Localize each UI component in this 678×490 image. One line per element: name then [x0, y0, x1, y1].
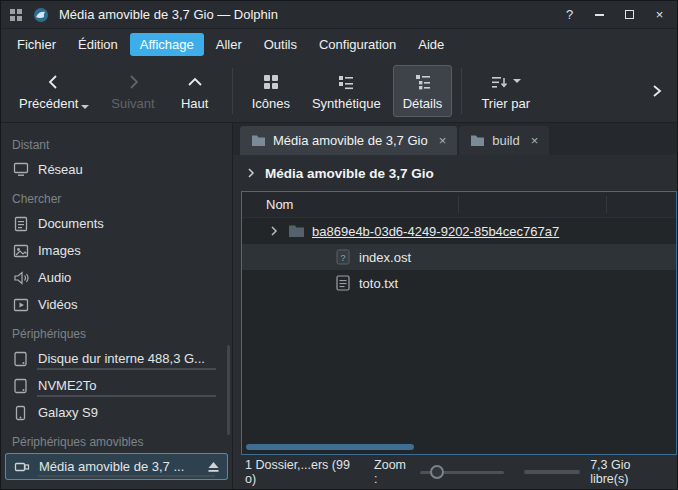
folder-icon	[287, 224, 305, 238]
window-menu-icon[interactable]	[7, 6, 25, 24]
sidebar-item-reseau[interactable]: Réseau	[5, 156, 228, 183]
tab-close-icon[interactable]: ×	[531, 133, 539, 148]
maximize-icon	[625, 10, 634, 19]
back-dropdown-caret-icon	[81, 105, 89, 109]
folder-view: Nom ba869e4b-03d6-4249-9202-85b4cec767a7…	[241, 191, 677, 455]
help-button[interactable]: ?	[558, 4, 581, 25]
up-button[interactable]: Haut	[167, 65, 223, 117]
file-row-index-ost[interactable]: ? index.ost	[242, 244, 676, 270]
breadcrumb-chevron-icon	[246, 167, 256, 179]
close-button[interactable]: ×	[648, 4, 671, 25]
sidebar-item-media-amovible[interactable]: Média amovible de 3,7 ...	[5, 453, 228, 480]
tab-label: Média amovible de 3,7 Gio	[273, 133, 428, 148]
folder-icon	[470, 134, 485, 147]
sidebar-item-label: Galaxy S9	[38, 405, 98, 420]
file-name: toto.txt	[359, 276, 398, 291]
view-icons-button[interactable]: Icônes	[242, 65, 300, 117]
chevron-up-icon	[186, 73, 204, 91]
sort-by-button[interactable]: Trier par	[471, 65, 540, 117]
chevron-right-overflow-icon	[649, 82, 665, 100]
sidebar-item-label: Audio	[38, 270, 71, 285]
harddisk-icon	[12, 378, 29, 394]
zoom-slider-handle[interactable]	[430, 465, 444, 479]
toolbar-overflow-button[interactable]	[645, 82, 669, 100]
minimize-button[interactable]	[588, 4, 611, 25]
view-details-label: Détails	[403, 96, 443, 111]
items-summary: 1 Dossier,...ers (99 o)	[245, 458, 354, 486]
forward-button[interactable]: Suivant	[101, 65, 164, 117]
menu-fichier[interactable]: Fichier	[7, 33, 66, 56]
sidebar-item-documents[interactable]: Documents	[5, 210, 228, 237]
view-compact-button[interactable]: Synthétique	[302, 65, 391, 117]
chevron-left-icon	[45, 73, 63, 91]
tab-close-icon[interactable]: ×	[439, 133, 447, 148]
column-separator[interactable]	[606, 196, 607, 213]
main-area: Média amovible de 3,7 Gio × build × Médi…	[233, 123, 677, 489]
menu-affichage[interactable]: Affichage	[130, 33, 204, 56]
usb-drive-icon	[13, 460, 30, 474]
menu-aide[interactable]: Aide	[408, 33, 454, 56]
sidebar-scrollbar[interactable]	[227, 345, 230, 435]
sort-icon	[490, 73, 508, 91]
up-label: Haut	[181, 96, 208, 111]
sidebar-item-label: Média amovible de 3,7 ...	[39, 459, 184, 474]
tab-build[interactable]: build ×	[459, 126, 549, 155]
document-icon	[12, 216, 29, 232]
places-panel: Distant Réseau Chercher Documents Images…	[1, 123, 233, 489]
back-button[interactable]: Précédent	[9, 65, 99, 117]
menu-outils[interactable]: Outils	[254, 33, 307, 56]
file-row-folder[interactable]: ba869e4b-03d6-4249-9202-85b4cec767a7	[242, 218, 676, 244]
view-details-button[interactable]: Détails	[393, 65, 453, 117]
dolphin-window: Média amovible de 3,7 Gio — Dolphin ? × …	[0, 0, 678, 490]
compact-view-icon	[337, 73, 355, 91]
sidebar-item-label: Disque dur interne 488,3 G...	[38, 351, 205, 366]
minimize-icon	[595, 14, 604, 16]
sidebar-item-audio[interactable]: Audio	[5, 264, 228, 291]
sidebar-item-label: Documents	[38, 216, 104, 231]
details-view-icon	[414, 73, 432, 91]
toolbar: Précédent Suivant Haut Icônes Synthétiqu…	[1, 59, 677, 123]
eject-button[interactable]	[207, 461, 220, 473]
menu-configuration[interactable]: Configuration	[309, 33, 406, 56]
sort-dropdown-caret-icon	[513, 79, 521, 83]
close-icon: ×	[656, 7, 664, 22]
zoom-slider[interactable]	[420, 471, 504, 474]
sidebar-item-galaxy-s9[interactable]: Galaxy S9	[5, 399, 228, 426]
menu-edition[interactable]: Édition	[68, 33, 128, 56]
menu-aller[interactable]: Aller	[206, 33, 252, 56]
sidebar-item-label: Réseau	[38, 162, 83, 177]
folder-icon	[251, 134, 266, 147]
menubar: Fichier Édition Affichage Aller Outils C…	[1, 29, 677, 59]
horizontal-scrollbar[interactable]	[246, 444, 414, 450]
chevron-right-icon	[124, 73, 142, 91]
expand-chevron-icon[interactable]	[268, 226, 280, 236]
content-area: Distant Réseau Chercher Documents Images…	[1, 123, 677, 489]
status-bar: 1 Dossier,...ers (99 o) Zoom : 7,3 Gio l…	[233, 455, 677, 489]
column-header-row: Nom	[242, 192, 676, 218]
icons-view-icon	[262, 73, 280, 91]
unknown-file-icon: ?	[334, 249, 352, 265]
tab-media-amovible[interactable]: Média amovible de 3,7 Gio ×	[240, 126, 457, 155]
help-icon: ?	[566, 7, 573, 22]
column-separator[interactable]	[458, 196, 459, 213]
maximize-button[interactable]	[618, 4, 641, 25]
places-section-peripheriques: Périphériques	[1, 318, 232, 345]
zoom-label: Zoom :	[374, 458, 410, 486]
sidebar-item-label: Vidéos	[38, 297, 78, 312]
tab-label: build	[492, 133, 519, 148]
sidebar-item-label: Images	[38, 243, 81, 258]
column-header-nom[interactable]: Nom	[266, 197, 293, 212]
free-space-bar	[524, 470, 581, 474]
file-row-toto-txt[interactable]: toto.txt	[242, 270, 676, 296]
capacity-bar	[37, 368, 216, 370]
sidebar-item-disque-dur-interne[interactable]: Disque dur interne 488,3 G...	[5, 345, 228, 372]
breadcrumb-location[interactable]: Média amovible de 3,7 Gio	[265, 166, 434, 181]
sidebar-item-nvme2to[interactable]: NVME2To	[5, 372, 228, 399]
toolbar-separator	[461, 68, 462, 114]
titlebar: Média amovible de 3,7 Gio — Dolphin ? ×	[1, 1, 677, 29]
sidebar-item-videos[interactable]: Vidéos	[5, 291, 228, 318]
sidebar-item-images[interactable]: Images	[5, 237, 228, 264]
harddisk-icon	[12, 351, 29, 367]
file-name: ba869e4b-03d6-4249-9202-85b4cec767a7	[312, 224, 559, 239]
places-section-distant: Distant	[1, 129, 232, 156]
